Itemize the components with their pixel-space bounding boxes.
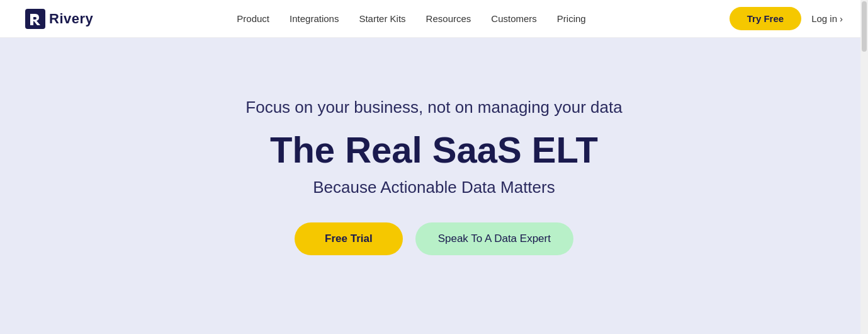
hero-section: Focus on your business, not on managing … xyxy=(0,38,868,334)
scrollbar[interactable] xyxy=(860,0,868,334)
free-trial-button[interactable]: Free Trial xyxy=(295,222,403,255)
navbar: Rivery Product Integrations Starter Kits… xyxy=(0,0,868,38)
nav-integrations[interactable]: Integrations xyxy=(290,13,339,24)
nav-links: Product Integrations Starter Kits Resour… xyxy=(237,13,585,24)
hero-tagline: Because Actionable Data Matters xyxy=(313,178,555,197)
nav-resources[interactable]: Resources xyxy=(426,13,471,24)
hero-buttons: Free Trial Speak To A Data Expert xyxy=(295,222,573,255)
nav-customers[interactable]: Customers xyxy=(491,13,537,24)
rivery-logo-icon xyxy=(25,9,45,29)
nav-starter-kits[interactable]: Starter Kits xyxy=(359,13,405,24)
logo-text: Rivery xyxy=(49,11,93,27)
login-link[interactable]: Log in › xyxy=(811,13,843,24)
try-free-button[interactable]: Try Free xyxy=(730,7,801,30)
logo-area: Rivery xyxy=(25,9,93,29)
login-arrow-icon: › xyxy=(840,13,843,24)
speak-expert-button[interactable]: Speak To A Data Expert xyxy=(415,222,573,255)
hero-subtitle: Focus on your business, not on managing … xyxy=(245,98,622,117)
hero-title: The Real SaaS ELT xyxy=(270,130,598,170)
navbar-actions: Try Free Log in › xyxy=(730,7,843,30)
login-label: Log in xyxy=(811,13,837,24)
scrollbar-thumb[interactable] xyxy=(862,1,867,52)
nav-pricing[interactable]: Pricing xyxy=(557,13,586,24)
svg-rect-0 xyxy=(25,9,45,29)
nav-product[interactable]: Product xyxy=(237,13,269,24)
